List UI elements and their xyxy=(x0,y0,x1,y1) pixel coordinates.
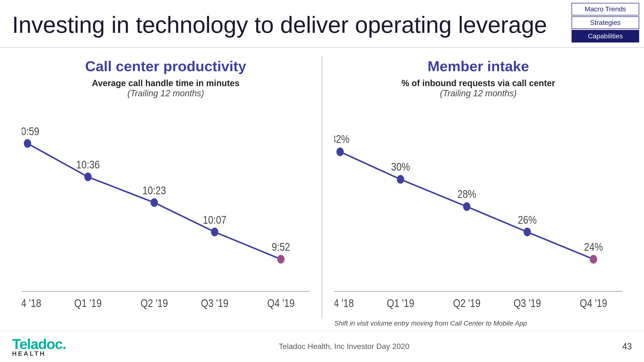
left-chart-point-3 xyxy=(211,228,218,236)
right-chart-svg: 32% 30% 28% 26% 24% Q4 '18 Q1 '19 Q2 '19… xyxy=(334,106,622,316)
footer-logo: Teladoc. HEALTH xyxy=(12,336,66,358)
nav-tabs: Macro Trends Strategies Capabilities xyxy=(572,3,639,42)
left-chart-title: Call center productivity xyxy=(22,58,310,74)
right-chart-subtitle-italic: (Trailing 12 months) xyxy=(334,88,622,98)
right-x-0: Q4 '18 xyxy=(334,297,354,309)
logo-health: HEALTH xyxy=(12,350,46,358)
right-chart-panel: Member intake % of inbound requests via … xyxy=(322,51,634,323)
left-chart-svg-container: 10:59 10:36 10:23 10:07 9:52 Q4 '18 Q1 '… xyxy=(22,106,310,316)
tab-macro-trends[interactable]: Macro Trends xyxy=(572,3,639,15)
title-divider xyxy=(0,47,644,47)
left-x-4: Q4 '19 xyxy=(267,297,295,309)
right-chart-point-4 xyxy=(590,255,597,264)
right-label-4: 24% xyxy=(584,241,603,253)
left-chart-point-0 xyxy=(24,139,31,148)
tab-strategies[interactable]: Strategies xyxy=(572,16,639,29)
right-chart-point-2 xyxy=(463,202,470,211)
left-x-0: Q4 '18 xyxy=(22,297,41,309)
footer-center-text: Teladoc Health, Inc Investor Day 2020 xyxy=(279,342,410,351)
right-label-0: 32% xyxy=(334,133,350,145)
left-chart-point-1 xyxy=(84,173,92,181)
charts-area: Call center productivity Average call ha… xyxy=(10,51,634,323)
left-chart-svg: 10:59 10:36 10:23 10:07 9:52 Q4 '18 Q1 '… xyxy=(22,106,310,316)
left-label-2: 10:23 xyxy=(142,184,166,197)
left-chart-subtitle-italic: (Trailing 12 months) xyxy=(22,88,310,98)
right-label-1: 30% xyxy=(391,160,410,173)
footer-page-number: 43 xyxy=(622,342,632,352)
left-x-2: Q2 '19 xyxy=(140,297,168,309)
right-chart-note: Shift in visit volume entry moving from … xyxy=(334,320,622,327)
right-chart-svg-container: 32% 30% 28% 26% 24% Q4 '18 Q1 '19 Q2 '19… xyxy=(334,106,622,316)
footer: Teladoc. HEALTH Teladoc Health, Inc Inve… xyxy=(0,331,644,362)
left-label-3: 10:07 xyxy=(203,213,226,226)
right-label-3: 26% xyxy=(518,213,537,226)
right-x-2: Q2 '19 xyxy=(453,297,480,309)
right-x-3: Q3 '19 xyxy=(514,297,541,309)
right-chart-title: Member intake xyxy=(334,58,622,74)
logo-dot: . xyxy=(62,336,66,352)
left-label-0: 10:59 xyxy=(22,125,39,138)
left-chart-panel: Call center productivity Average call ha… xyxy=(10,51,322,323)
right-chart-point-3 xyxy=(524,228,531,236)
left-chart-point-2 xyxy=(150,198,158,207)
right-chart-point-1 xyxy=(397,175,404,184)
left-chart-point-4 xyxy=(277,255,284,264)
right-chart-point-0 xyxy=(336,147,344,156)
right-label-2: 28% xyxy=(457,188,476,200)
left-chart-subtitle: Average call handle time in minutes xyxy=(22,78,310,88)
tab-capabilities[interactable]: Capabilities xyxy=(572,30,639,42)
right-chart-subtitle: % of inbound requests via call center xyxy=(334,78,622,88)
left-label-4: 9:52 xyxy=(272,241,290,253)
left-x-1: Q1 '19 xyxy=(74,297,102,309)
left-x-3: Q3 '19 xyxy=(201,297,228,309)
right-x-4: Q4 '19 xyxy=(580,297,607,309)
left-label-1: 10:36 xyxy=(76,158,100,171)
page-title: Investing in technology to deliver opera… xyxy=(12,12,547,38)
logo-text: Teladoc xyxy=(12,336,62,352)
right-x-1: Q1 '19 xyxy=(387,297,414,309)
